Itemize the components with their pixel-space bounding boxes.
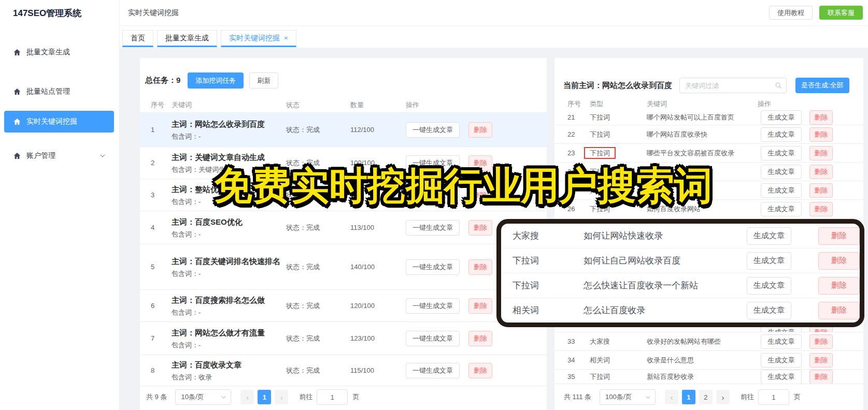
- keyword-filter-input[interactable]: [679, 78, 787, 93]
- help-button[interactable]: 使用教程: [769, 6, 813, 20]
- task-status: 状态：完成: [286, 223, 350, 232]
- delete-button[interactable]: 删除: [818, 302, 860, 319]
- page-size-select[interactable]: 100条/页: [600, 389, 656, 405]
- delete-button[interactable]: 删除: [809, 370, 833, 384]
- page-number[interactable]: 1: [682, 390, 695, 404]
- keyword-text: 哪个网站百度收录快: [647, 130, 758, 139]
- generate-article-button[interactable]: 一键生成文章: [406, 363, 460, 378]
- inset-row: 相关词 怎么让百度收录 生成文章 删除: [501, 298, 860, 323]
- generate-article-button[interactable]: 生成文章: [747, 252, 791, 270]
- keyword-type: 相关词: [590, 356, 647, 365]
- generate-article-button[interactable]: 生成文章: [761, 353, 802, 368]
- task-include: 包含词：-: [172, 341, 286, 350]
- generate-all-button[interactable]: 是否生成:全部: [795, 78, 849, 93]
- add-task-button[interactable]: 添加挖词任务: [188, 72, 244, 89]
- table-row[interactable]: 1 主词：网站怎么收录到百度包含词：- 状态：完成 112/100 一键生成文章…: [140, 113, 547, 147]
- delete-button[interactable]: 删除: [468, 331, 492, 346]
- sidebar-item-batch-site[interactable]: 批量站点管理: [4, 81, 114, 102]
- table-row[interactable]: 34 相关词 收录是什么意思 生成文章删除: [554, 351, 863, 370]
- generate-article-button[interactable]: 一键生成文章: [406, 259, 460, 275]
- delete-button[interactable]: 删除: [468, 363, 492, 378]
- sidebar-item-account[interactable]: 账户管理: [4, 145, 114, 167]
- prev-page-button[interactable]: ‹: [665, 390, 678, 404]
- generate-article-button[interactable]: 生成文章: [761, 146, 802, 160]
- sidebar-item-label: 实时关键词挖掘: [26, 117, 77, 126]
- generate-article-button[interactable]: 生成文章: [747, 302, 791, 319]
- generate-article-button[interactable]: 生成文章: [761, 127, 802, 142]
- home-icon: [13, 48, 21, 56]
- task-quantity: 112/100: [350, 126, 401, 134]
- generate-article-button[interactable]: 生成文章: [761, 370, 802, 384]
- delete-button[interactable]: 删除: [809, 334, 833, 349]
- tab-label: 首页: [131, 34, 145, 43]
- table-row[interactable]: 21 下拉词 哪个网站发帖可以上百度首页 生成文章删除: [554, 110, 863, 125]
- delete-button[interactable]: 删除: [818, 227, 860, 245]
- prev-page-button[interactable]: ‹: [240, 390, 254, 404]
- delete-button[interactable]: 删除: [468, 122, 492, 138]
- sidebar-item-batch-article[interactable]: 批量文章生成: [4, 41, 114, 63]
- next-page-button[interactable]: ›: [716, 390, 730, 404]
- generate-article-button[interactable]: 生成文章: [761, 183, 802, 198]
- page-size-select[interactable]: 10条/页: [175, 389, 231, 405]
- goto-page-input[interactable]: [758, 389, 789, 405]
- close-icon[interactable]: ×: [284, 34, 288, 42]
- inset-row: 大家搜 如何让网站快速收录 生成文章 删除: [501, 224, 860, 248]
- table-row[interactable]: 33 大家搜 收录好的发帖网站有哪些 生成文章删除: [554, 332, 863, 351]
- keyword-type: 大家搜: [590, 337, 647, 346]
- task-include: 包含词：-: [172, 308, 286, 317]
- table-row[interactable]: 35 下拉词 新站百度秒收录 生成文章删除: [554, 370, 863, 384]
- page-number[interactable]: 2: [699, 390, 713, 404]
- task-include: 包含词：-: [172, 230, 286, 239]
- generate-article-button[interactable]: 一键生成文章: [406, 220, 460, 236]
- task-include: 包含词：收录: [172, 373, 286, 382]
- task-title: 主词：网站怎么收录到百度: [172, 118, 286, 130]
- keyword-filter: [679, 78, 787, 93]
- delete-button[interactable]: 删除: [818, 277, 860, 295]
- table-row[interactable]: 23 下拉词 哪些平台发文容易被百度收录 生成文章删除: [554, 144, 863, 163]
- delete-button[interactable]: 删除: [468, 298, 492, 314]
- generate-article-button[interactable]: 生成文章: [761, 165, 802, 179]
- table-row[interactable]: 22 下拉词 哪个网站百度收录快 生成文章删除: [554, 125, 863, 144]
- page-number[interactable]: 1: [258, 390, 271, 404]
- delete-button[interactable]: 删除: [809, 110, 833, 125]
- delete-button[interactable]: 删除: [818, 252, 860, 270]
- tab-home[interactable]: 首页: [122, 30, 153, 47]
- delete-button[interactable]: 删除: [468, 220, 492, 236]
- task-pagination: 共 9 条 10条/页 ‹ 1 › 前往 页: [146, 389, 359, 405]
- delete-button[interactable]: 删除: [809, 127, 833, 142]
- delete-button[interactable]: 删除: [809, 353, 833, 368]
- delete-button[interactable]: 删除: [809, 165, 833, 179]
- refresh-button[interactable]: 刷新: [249, 72, 278, 89]
- task-panel: 总任务：9 添加挖词任务 刷新 序号 关键词 状态 数量 操作 1 主词：网站怎…: [140, 58, 547, 410]
- keyword-type: 大家搜: [501, 230, 584, 242]
- table-row[interactable]: 7 主词：网站怎么做才有流量包含词：- 状态：完成 123/100 一键生成文章…: [140, 322, 547, 355]
- delete-button[interactable]: 删除: [809, 183, 833, 198]
- goto-page-input[interactable]: [317, 389, 348, 405]
- task-quantity: 123/100: [350, 334, 401, 342]
- generate-article-button[interactable]: 生成文章: [747, 277, 791, 295]
- next-page-button[interactable]: ›: [275, 390, 288, 404]
- delete-button[interactable]: 删除: [809, 202, 833, 216]
- tab-keyword-mining[interactable]: 实时关键词挖掘 ×: [221, 30, 296, 47]
- page-unit-label: 页: [352, 392, 359, 402]
- task-table-header: 序号 关键词 状态 数量 操作: [140, 97, 547, 113]
- generate-article-button[interactable]: 生成文章: [761, 110, 802, 125]
- tab-batch-article[interactable]: 批量文章生成: [157, 30, 217, 47]
- generate-article-button[interactable]: 一键生成文章: [406, 331, 460, 346]
- table-row[interactable]: 4 主词：百度SEO优化包含词：- 状态：完成 113/100 一键生成文章删除: [140, 211, 547, 244]
- generate-article-button[interactable]: 生成文章: [761, 334, 802, 349]
- chevron-down-icon: [221, 394, 226, 400]
- inset-row: 下拉词 怎么快速让百度收录一个新站 生成文章 删除: [501, 273, 860, 298]
- generate-article-button[interactable]: 一键生成文章: [406, 298, 460, 314]
- generate-article-button[interactable]: 生成文章: [761, 202, 802, 216]
- delete-button[interactable]: 删除: [809, 146, 833, 160]
- table-row[interactable]: 6 主词：百度搜索排名怎么做包含词：- 状态：完成 120/100 一键生成文章…: [140, 290, 547, 322]
- keyword-text: 怎么让百度收录: [584, 304, 747, 316]
- delete-button[interactable]: 删除: [468, 259, 492, 275]
- generate-article-button[interactable]: 一键生成文章: [406, 122, 460, 138]
- generate-article-button[interactable]: 生成文章: [747, 227, 791, 245]
- sidebar-item-keyword-mining[interactable]: 实时关键词挖掘: [4, 111, 114, 133]
- table-row[interactable]: 5 主词：百度关键词排名快速排名包含词：- 状态：完成 140/100 一键生成…: [140, 244, 547, 290]
- contact-button[interactable]: 联系客服: [819, 6, 863, 20]
- table-row[interactable]: 8 主词：百度收录文章包含词：收录 状态：完成 115/100 一键生成文章删除: [140, 355, 547, 386]
